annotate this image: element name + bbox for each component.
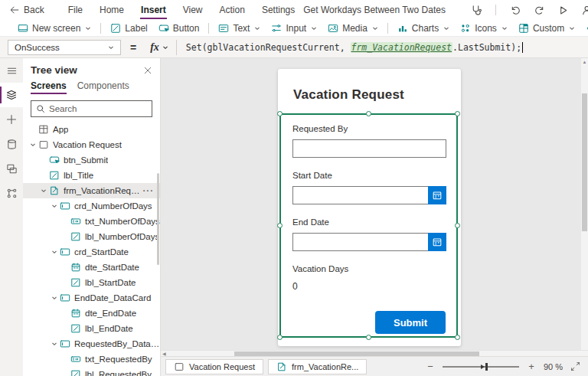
resize-handle[interactable] — [277, 335, 283, 340]
tree-item-crd_numberofdays[interactable]: crd_NumberOfDays — [23, 198, 160, 214]
search-box[interactable] — [31, 100, 152, 117]
tree-item-label: EndDate_DataCard — [74, 293, 151, 302]
fit-to-window-icon[interactable] — [570, 361, 580, 371]
resize-handle[interactable] — [277, 223, 283, 228]
tree-item-lbl_startdate[interactable]: lbl_StartDate — [23, 275, 160, 290]
chevron-down-icon — [443, 25, 449, 31]
toolbar-icons-button[interactable]: Icons — [455, 20, 513, 37]
tree-item-lbl_numberofdays[interactable]: lbl_NumberOfDays — [23, 229, 160, 244]
close-icon[interactable] — [143, 66, 152, 75]
tab-screens[interactable]: Screens — [31, 80, 67, 94]
scrollbar-thumb[interactable] — [582, 93, 587, 231]
tree-item-lbl_enddate[interactable]: lbl_EndDate — [23, 321, 160, 336]
rail-hamburger-button[interactable] — [0, 58, 23, 83]
chevron-down-icon[interactable] — [49, 341, 59, 347]
tree-item-dte_startdate[interactable]: dte_StartDate — [23, 260, 160, 275]
rail-insert-plus-button[interactable] — [0, 107, 23, 132]
chevron-down-icon[interactable] — [28, 142, 38, 148]
tree-item-label: frm_VacationRequest — [64, 186, 143, 195]
tree-scrollbar[interactable] — [157, 173, 159, 265]
tree-item-frm_vacationrequest[interactable]: frm_VacationRequest··· — [23, 183, 160, 198]
chevron-down-icon[interactable] — [38, 188, 48, 194]
form-content: Requested ByStart DateEnd DateVacation D… — [281, 115, 456, 334]
rail-data-sources-button[interactable] — [0, 132, 23, 156]
calendar-button[interactable] — [428, 186, 446, 204]
toolbar-custom-button[interactable]: Custom — [513, 20, 580, 37]
submit-button[interactable]: Submit — [375, 311, 446, 334]
tab-components[interactable]: Components — [77, 80, 129, 94]
status-tab-form[interactable]: frm_VacationRe... — [268, 359, 367, 374]
toolbar-button-control-button[interactable]: Button — [153, 20, 205, 37]
toolbar-input-control-button[interactable]: Input — [266, 20, 322, 37]
tree-item-txt_numberofdays[interactable]: txt_NumberOfDays — [23, 214, 160, 229]
menu-action[interactable]: Action — [211, 0, 253, 20]
toolbar-item-label: Button — [173, 23, 200, 34]
search-input[interactable] — [49, 104, 147, 113]
account-icon[interactable] — [581, 5, 588, 16]
scrollbar-thumb[interactable] — [234, 351, 479, 356]
canvas-horizontal-scrollbar[interactable]: ◀ — [161, 350, 588, 356]
undo-icon[interactable] — [510, 5, 521, 16]
tree-item-lbl_requestedby[interactable]: lbl_RequestedBy — [23, 367, 160, 376]
text-input[interactable] — [292, 139, 446, 158]
rail-tree-view-button[interactable] — [0, 83, 23, 107]
toolbar-new-screen-button[interactable]: New screen — [12, 20, 96, 37]
menu-view[interactable]: View — [175, 0, 211, 20]
tree-item-label: App — [53, 125, 68, 134]
screen-title-label[interactable]: Vacation Request — [278, 69, 461, 103]
back-button[interactable]: Back — [9, 5, 44, 15]
tree-item-app[interactable]: App — [23, 122, 160, 137]
resize-handle[interactable] — [455, 111, 460, 116]
form-icon — [276, 361, 287, 372]
toolbar-media-control-button[interactable]: Media — [322, 20, 384, 37]
canvas-vertical-scrollbar[interactable]: ▲ — [581, 58, 588, 350]
tree-item-dte_enddate[interactable]: dte_EndDate — [23, 306, 160, 321]
toolbar-charts-button[interactable]: Charts — [392, 20, 455, 37]
toolbar-text-control-button[interactable]: Text — [213, 20, 266, 37]
fx-button[interactable]: fx — [145, 40, 177, 55]
date-input[interactable] — [292, 186, 446, 204]
tree-item-vacation request[interactable]: Vacation Request — [23, 137, 160, 152]
tree-item-lbl_title[interactable]: lbl_Title — [23, 168, 160, 183]
rail-media-screens-button[interactable] — [0, 156, 23, 181]
zoom-out-button[interactable]: − — [426, 361, 435, 372]
scroll-left-icon[interactable]: ◀ — [162, 351, 166, 356]
resize-handle[interactable] — [455, 335, 460, 340]
rail-advanced-tools-button[interactable] — [0, 181, 23, 205]
menu-settings[interactable]: Settings — [253, 0, 303, 20]
zoom-slider-thumb[interactable] — [485, 363, 488, 371]
back-arrow-icon — [9, 5, 20, 15]
resize-handle[interactable] — [455, 223, 460, 228]
tree-item-enddate_datacard[interactable]: EndDate_DataCard — [23, 290, 160, 306]
resize-handle[interactable] — [366, 335, 371, 340]
chevron-down-icon[interactable] — [49, 203, 59, 209]
tree-item-btn_submit[interactable]: btn_Submit — [23, 152, 160, 168]
status-tab-screen[interactable]: Vacation Request — [165, 359, 263, 374]
date-input[interactable] — [292, 233, 446, 251]
formula-input[interactable]: Set(gblVacationRequestCurrent, frm_Vacat… — [186, 42, 523, 53]
tree-item-crd_startdate[interactable]: crd_StartDate — [23, 244, 160, 260]
selected-form[interactable]: Requested ByStart DateEnd DateVacation D… — [279, 113, 458, 338]
redo-icon[interactable] — [534, 5, 545, 16]
toolbar-ai-builder-button[interactable]: AI Builder — [580, 20, 588, 37]
menu-home[interactable]: Home — [91, 0, 132, 20]
app-checker-icon[interactable] — [470, 5, 482, 16]
zoom-slider[interactable] — [443, 366, 519, 368]
menu-file[interactable]: File — [60, 0, 91, 20]
status-tabs: Vacation Requestfrm_VacationRe... — [165, 359, 371, 374]
play-icon[interactable] — [557, 5, 569, 16]
tree-item-txt_requestedby[interactable]: txt_RequestedBy — [23, 351, 160, 367]
resize-handle[interactable] — [366, 111, 371, 116]
resize-handle[interactable] — [277, 111, 283, 116]
calendar-button[interactable] — [428, 233, 446, 251]
input-control-icon — [271, 23, 282, 34]
design-canvas[interactable]: Vacation Request Requested ByStart DateE… — [161, 58, 588, 350]
menu-insert[interactable]: Insert — [132, 0, 175, 20]
chevron-down-icon[interactable] — [49, 295, 59, 301]
property-selector[interactable]: OnSuccess — [8, 40, 121, 55]
chevron-down-icon[interactable] — [49, 249, 59, 255]
toolbar-label-control-button[interactable]: Label — [105, 20, 152, 37]
scroll-up-icon[interactable]: ▲ — [581, 58, 588, 66]
tree-item-requestedby_datacard[interactable]: RequestedBy_DataCard — [23, 336, 160, 351]
zoom-in-button[interactable]: + — [527, 361, 536, 372]
